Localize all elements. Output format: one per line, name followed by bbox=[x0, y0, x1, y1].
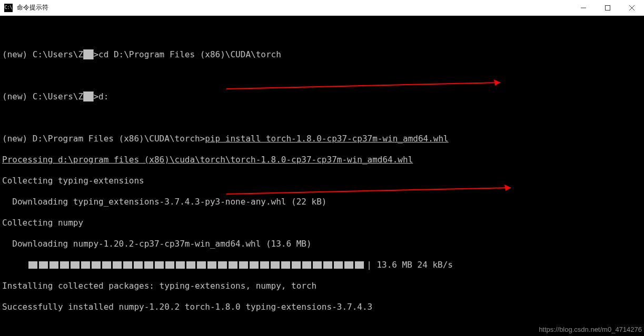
terminal-line: Collecting typing-extensions bbox=[2, 176, 644, 186]
close-button[interactable] bbox=[620, 0, 644, 16]
watermark: https://blog.csdn.net/m0_4714276 bbox=[539, 324, 642, 335]
window-title: 命令提示符 bbox=[17, 3, 48, 12]
terminal-line: (new) D:\Program Files (x86)\CUDA\torch>… bbox=[2, 134, 644, 144]
terminal-line bbox=[2, 28, 644, 39]
terminal-line: Processing d:\program files (x86)\cuda\t… bbox=[2, 155, 644, 165]
terminal-line bbox=[2, 70, 644, 81]
progress-bar-1: | 13.6 MB 24 kB/s bbox=[2, 260, 644, 270]
terminal-line: (new) C:\Users\Z██>cd D:\Program Files (… bbox=[2, 49, 644, 60]
terminal-output[interactable]: (new) C:\Users\Z██>cd D:\Program Files (… bbox=[0, 16, 644, 336]
terminal-line: Installing collected packages: typing-ex… bbox=[2, 281, 644, 291]
terminal-line: Downloading typing_extensions-3.7.4.3-py… bbox=[2, 197, 644, 207]
svg-line-4 bbox=[226, 83, 500, 89]
pip-command-1: pip install torch-1.8.0-cp37-cp37m-win_a… bbox=[205, 134, 448, 144]
terminal-line: Successfully installed numpy-1.20.2 torc… bbox=[2, 302, 644, 312]
svg-rect-1 bbox=[606, 6, 610, 11]
terminal-line: Downloading numpy-1.20.2-cp37-cp37m-win_… bbox=[2, 239, 644, 249]
maximize-button[interactable] bbox=[596, 0, 620, 16]
cmd-icon: C:\ bbox=[4, 4, 13, 12]
terminal-line bbox=[2, 113, 644, 123]
titlebar: C:\ 命令提示符 bbox=[0, 0, 644, 16]
minimize-button[interactable] bbox=[571, 0, 596, 16]
svg-line-6 bbox=[226, 188, 511, 194]
window-controls bbox=[571, 0, 644, 16]
terminal-line: (new) C:\Users\Z██>d: bbox=[2, 91, 644, 102]
terminal-line: Collecting numpy bbox=[2, 218, 644, 228]
